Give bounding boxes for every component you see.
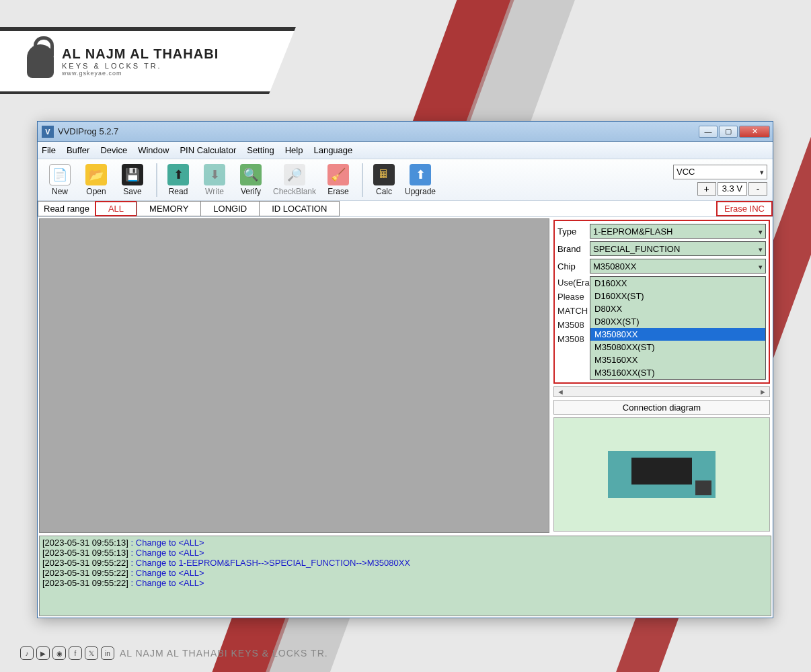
maximize-button[interactable]: ▢ [719,126,738,138]
menu-window[interactable]: Window [138,145,169,155]
titlebar: V VVDIProg 5.2.7 — ▢ ✕ [38,122,773,142]
vcc-label: VCC [677,167,695,177]
hint-text: MATCH [557,304,590,319]
menu-setting[interactable]: Setting [247,145,274,155]
upgrade-icon: ⬆ [410,164,431,185]
tiktok-icon[interactable]: ♪ [20,646,34,660]
linkedin-icon[interactable]: in [101,646,114,660]
connection-diagram-button[interactable]: Connection diagram [553,400,770,415]
brand-title: AL NAJM AL THAHABI [62,46,219,62]
read-button[interactable]: ⬆Read [161,161,195,199]
instagram-icon[interactable]: ◉ [52,646,66,660]
chip-option[interactable]: M35160XX [590,353,765,366]
chip-dropdown-list[interactable]: D160XX D160XX(ST) D80XX D80XX(ST) M35080… [590,276,766,380]
lock-icon [27,44,54,78]
open-button[interactable]: 📂Open [79,161,113,199]
log-line: [2023-05-31 09:55:13] : Change to <ALL> [42,548,768,558]
menu-device[interactable]: Device [100,145,127,155]
erase-icon: 🧹 [327,164,349,185]
chip-option[interactable]: M35160XX(ST) [590,366,765,379]
vcc-select[interactable]: VCC [673,165,767,179]
menu-buffer[interactable]: Buffer [67,145,89,155]
window-title: VVDIProg 5.2.7 [58,126,697,136]
range-tab-idlocation[interactable]: ID LOCATION [259,201,340,216]
app-window: V VVDIProg 5.2.7 — ▢ ✕ File Buffer Devic… [37,121,773,618]
toolbar-separator [156,163,157,197]
checkblank-button[interactable]: 🔎CheckBlank [270,161,319,199]
erase-inc-button[interactable]: Erase INC [716,201,773,216]
selection-block: Type 1-EEPROM&FLASH Brand SPECIAL_FUNCTI… [553,220,770,384]
voltage-plus-button[interactable]: + [697,182,716,196]
brand-select[interactable]: SPECIAL_FUNCTION [590,241,766,256]
chip-selector-panel: Type 1-EEPROM&FLASH Brand SPECIAL_FUNCTI… [551,217,773,534]
write-icon: ⬇ [204,164,225,185]
chevron-down-icon [759,244,763,254]
horizontal-scrollbar[interactable]: ◄► [553,386,770,397]
hint-text: Please [557,290,590,304]
calc-icon: 🖩 [373,164,395,185]
chip-graphic [608,451,716,498]
log-line: [2023-05-31 09:55:13] : Change to <ALL> [42,538,768,548]
type-select[interactable]: 1-EEPROM&FLASH [590,224,766,239]
chip-option[interactable]: D160XX(ST) [590,290,765,302]
hint-text: M3508 [557,319,590,333]
voltage-minus-button[interactable]: - [748,182,767,196]
chip-option[interactable]: D80XX [590,302,765,315]
upgrade-button[interactable]: ⬆Upgrade [403,161,437,199]
chevron-down-icon [760,167,764,177]
verify-button[interactable]: 🔍Verify [234,161,268,199]
brand-website: www.gskeyae.com [62,70,219,77]
log-line: [2023-05-31 09:55:22] : Change to <ALL> [42,568,768,578]
chip-option[interactable]: D80XX(ST) [590,315,765,328]
chevron-down-icon [759,226,763,237]
brand-header: AL NAJM AL THAHABI KEYS & LOCKS TR. www.… [0,27,296,94]
main-area: Type 1-EEPROM&FLASH Brand SPECIAL_FUNCTI… [38,217,773,534]
chip-option[interactable]: M35080XX(ST) [590,341,765,353]
checkblank-icon: 🔎 [284,164,305,185]
voltage-value: 3.3 V [718,182,747,196]
save-icon: 💾 [122,164,143,185]
hex-view[interactable] [39,218,549,533]
menubar: File Buffer Device Window PIN Calculator… [38,142,773,159]
twitter-icon[interactable]: 𝕏 [85,646,98,660]
scroll-left-icon[interactable]: ◄ [557,388,564,396]
power-controls: VCC + 3.3 V - [673,165,767,196]
menu-help[interactable]: Help [285,145,303,155]
menu-language[interactable]: Language [313,145,352,155]
range-tab-all[interactable]: ALL [95,201,137,216]
scroll-right-icon[interactable]: ► [759,388,767,396]
chevron-down-icon [759,261,763,271]
minimize-button[interactable]: — [699,126,718,138]
menu-pin-calculator[interactable]: PIN Calculator [180,145,236,155]
save-button[interactable]: 💾Save [116,161,149,199]
chip-option[interactable]: D160XX [590,277,765,290]
new-icon: 📄 [49,164,71,185]
toolbar-separator [362,163,363,197]
type-label: Type [557,226,590,237]
erase-button[interactable]: 🧹Erase [321,161,355,199]
log-panel[interactable]: [2023-05-31 09:55:13] : Change to <ALL>[… [39,536,771,616]
footer-text: AL NAJM AL THAHABI KEYS & LOCKS TR. [120,648,328,659]
read-icon: ⬆ [167,164,189,185]
chip-select[interactable]: M35080XX [590,259,766,274]
facebook-icon[interactable]: f [69,646,82,660]
youtube-icon[interactable]: ▶ [36,646,50,660]
social-icons: ♪ ▶ ◉ f 𝕏 in [20,646,114,660]
close-button[interactable]: ✕ [739,126,770,138]
verify-icon: 🔍 [240,164,262,185]
open-icon: 📂 [85,164,107,185]
chip-option-selected[interactable]: M35080XX [590,328,765,341]
toolbar: 📄New 📂Open 💾Save ⬆Read ⬇Write 🔍Verify 🔎C… [38,159,773,201]
range-tab-longid[interactable]: LONGID [200,201,260,216]
write-button[interactable]: ⬇Write [198,161,231,199]
connection-diagram-image [553,417,770,532]
menu-file[interactable]: File [42,145,56,155]
new-button[interactable]: 📄New [43,161,77,199]
footer: ♪ ▶ ◉ f 𝕏 in AL NAJM AL THAHABI KEYS & L… [20,646,328,660]
log-line: [2023-05-31 09:55:22] : Change to 1-EEPR… [42,558,768,568]
read-range-label: Read range [38,201,95,216]
log-line: [2023-05-31 09:55:22] : Change to <ALL> [42,578,768,588]
calc-button[interactable]: 🖩Calc [367,161,401,199]
range-tab-memory[interactable]: MEMORY [137,201,201,216]
hint-text: Use(Era [557,276,590,290]
